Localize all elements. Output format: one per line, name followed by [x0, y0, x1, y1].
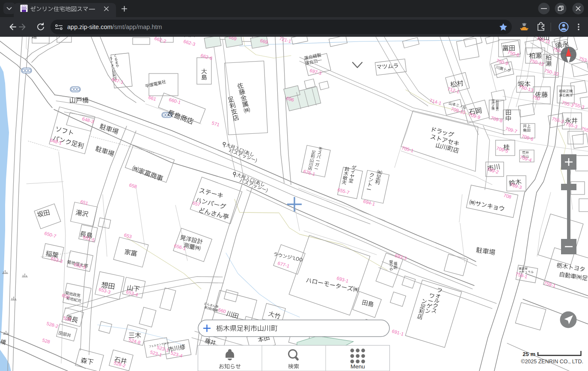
svg-text:Menu: Menu [350, 363, 365, 370]
svg-text:©2025 ZENRIN CO., LTD.: ©2025 ZENRIN CO., LTD. [521, 359, 583, 365]
svg-text:app.zip-site.com/smt/app/map.h: app.zip-site.com/smt/app/map.htm [67, 24, 162, 30]
svg-text:25 m: 25 m [523, 351, 535, 357]
